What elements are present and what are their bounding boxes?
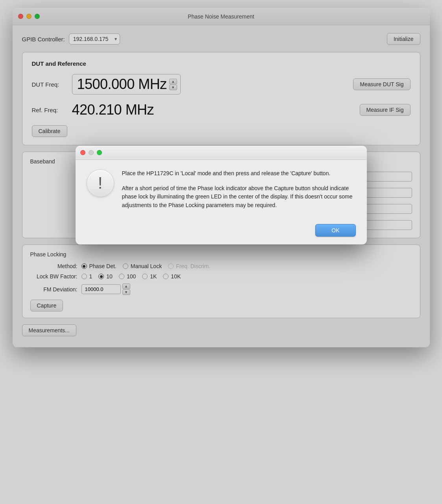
modal-minimize-button[interactable] <box>89 150 94 155</box>
modal-message-2: After a short period of time the Phase l… <box>122 184 356 210</box>
modal-close-button[interactable] <box>80 150 85 155</box>
modal-warning-icon: ! <box>87 169 114 197</box>
ok-button[interactable]: OK <box>315 224 355 237</box>
modal-footer: OK <box>76 219 367 245</box>
modal-body: ! Place the HP11729C in 'Local' mode and… <box>76 160 367 219</box>
modal-overlay: ! Place the HP11729C in 'Local' mode and… <box>13 8 430 347</box>
modal-titlebar <box>76 146 367 160</box>
modal-maximize-button[interactable] <box>97 150 102 155</box>
modal-message-1: Place the HP11729C in 'Local' mode and t… <box>122 169 356 178</box>
modal-dialog: ! Place the HP11729C in 'Local' mode and… <box>76 146 367 245</box>
modal-text: Place the HP11729C in 'Local' mode and t… <box>122 169 356 210</box>
main-window: Phase Noise Measurement GPIB Controller:… <box>13 8 430 347</box>
